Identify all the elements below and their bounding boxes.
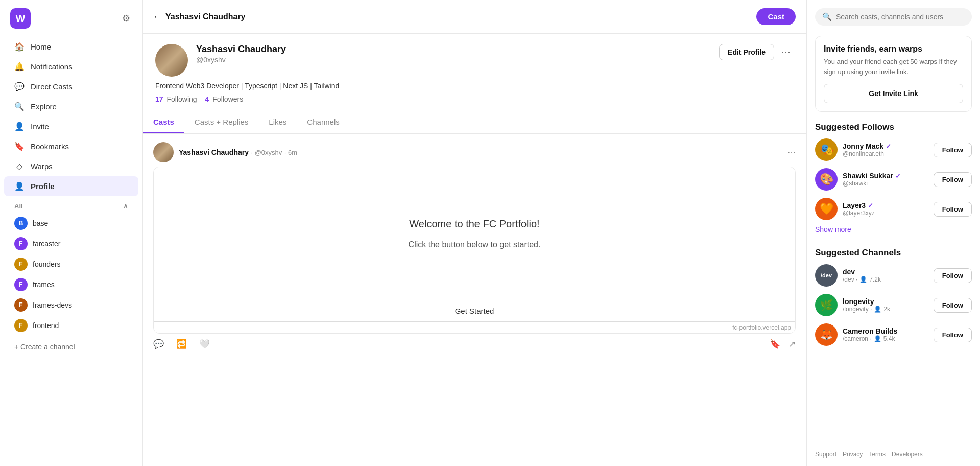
channel-follow-button[interactable]: Follow [934,298,972,313]
footer-link-developers[interactable]: Developers [892,451,923,458]
profile-handle: @0xyshv [196,56,286,64]
collapse-icon[interactable]: ∧ [123,202,128,210]
channel-info: dev /dev · 👤 7.2k [843,268,928,283]
home-icon: 🏠 [14,42,25,52]
suggested-follows-title: Suggested Follows [815,122,972,132]
back-icon: ← [153,12,161,21]
cast-avatar [153,142,174,162]
channel-avatar: B [14,217,28,230]
channels-label: All [14,202,23,210]
follow-info: Shawki Sukkar ✓ @shawki [843,172,928,187]
verified-badge: ✓ [895,172,901,180]
footer-link-terms[interactable]: Terms [869,451,886,458]
sidebar-item-label: Home [31,42,51,51]
sidebar-channel-base[interactable]: Bbase [4,213,138,234]
follow-avatar: 🎨 [815,168,838,191]
footer-links: SupportPrivacyTermsDevelopers [815,451,972,458]
profile-avatar [155,44,188,77]
warpcast-logo[interactable]: W [10,8,31,29]
followers-stat[interactable]: 4 Followers [205,95,244,103]
sidebar-item-profile[interactable]: 👤Profile [4,176,138,196]
cast-handle: · [251,149,254,156]
bookmark-button[interactable]: 🔖 [770,339,780,350]
create-channel-button[interactable]: + Create a channel [0,338,142,356]
follow-avatar: 🧡 [815,198,838,220]
footer-link-support[interactable]: Support [815,451,836,458]
cast-card: Yashasvi Chaudhary · @0xyshv · 6m ⋯ Welc… [143,134,806,358]
sidebar-channel-farcaster[interactable]: Ffarcaster [4,234,138,254]
tab-channels[interactable]: Channels [297,111,349,133]
cast-button[interactable]: Cast [756,8,796,25]
cast-frame-button[interactable]: Get Started [154,300,795,322]
tab-likes[interactable]: Likes [258,111,297,133]
cast-user-info: Yashasvi Chaudhary · @0xyshv · 6m [179,148,297,157]
back-button[interactable]: ← Yashasvi Chaudhary [153,12,246,21]
channel-avatar: F [14,319,28,332]
sidebar-channel-frontend[interactable]: Ffrontend [4,315,138,336]
cast-actions: 💬 🔁 🤍 🔖 ↗ [153,339,796,350]
sidebar-item-direct-casts[interactable]: 💬Direct Casts [4,77,138,97]
share-button[interactable]: ↗ [788,339,796,350]
suggested-channels-section: Suggested Channels /dev dev /dev · 👤 7.2… [815,248,972,353]
search-bar: 🔍 [815,8,972,26]
get-invite-link-button[interactable]: Get Invite Link [824,84,963,103]
invite-desc: You and your friend each get 50 warps if… [824,57,963,77]
cast-frame-subtitle: Click the button below to get started. [409,240,541,249]
tab-casts-replies[interactable]: Casts + Replies [184,111,258,133]
sidebar-item-explore[interactable]: 🔍Explore [4,97,138,116]
like-button[interactable]: 🤍 [199,339,210,350]
sidebar-item-notifications[interactable]: 🔔Notifications [4,57,138,77]
profile-bio: Frontend Web3 Developer | Typescript | N… [155,82,794,90]
main-content: ← Yashasvi Chaudhary Cast Yashasvi Chaud… [143,0,806,466]
edit-profile-button[interactable]: Edit Profile [719,44,774,60]
tab-casts[interactable]: Casts [143,111,184,133]
main-header: ← Yashasvi Chaudhary Cast [143,0,806,34]
cast-time: · [284,149,288,156]
sidebar-channel-frames[interactable]: Fframes [4,274,138,295]
channel-avatar: F [14,258,28,271]
sidebar-item-label: Explore [31,102,57,111]
sidebar-channel-founders[interactable]: Ffounders [4,254,138,274]
cast-handle-text: @0xyshv [255,149,282,156]
profile-name: Yashasvi Chaudhary [196,44,286,55]
sidebar-item-label: Profile [31,182,55,191]
follow-button[interactable]: Follow [934,202,972,217]
footer-link-privacy[interactable]: Privacy [843,451,863,458]
follow-button[interactable]: Follow [934,143,972,157]
following-stat[interactable]: 17 Following [155,95,197,103]
channel-follow-avatar: /dev [815,264,838,287]
channel-meta: /cameron · 👤 5.4k [843,335,928,342]
recast-button[interactable]: 🔁 [176,339,187,350]
sidebar-item-label: Invite [31,122,49,131]
invite-card: Invite friends, earn warps You and your … [815,36,972,112]
channel-info: longevity /longevity · 👤 2k [843,297,928,313]
sidebar-item-warps[interactable]: ◇Warps [4,156,138,176]
follow-handle: @shawki [843,180,928,187]
cast-frame-link: fc-portfolio.vercel.app [154,322,795,333]
sidebar-item-bookmarks[interactable]: 🔖Bookmarks [4,136,138,156]
sidebar-item-label: Bookmarks [31,142,69,151]
channel-name: longevity [843,297,928,306]
channel-follow-button[interactable]: Follow [934,328,972,342]
cast-frame-title: Welcome to the FC Portfolio! [409,218,539,230]
sidebar-channel-frames-devs[interactable]: Fframes-devs [4,295,138,315]
channel-follow-avatar: 🦊 [815,323,838,346]
channel-name: dev [843,268,928,276]
reply-button[interactable]: 💬 [153,339,164,350]
sidebar-item-home[interactable]: 🏠Home [4,37,138,57]
follow-name: Jonny Mack ✓ [843,142,928,150]
profile-info: Yashasvi Chaudhary @0xyshv [196,44,286,64]
more-options-button[interactable]: ⋯ [778,44,794,60]
follow-avatar: 🎭 [815,138,838,161]
follow-button[interactable]: Follow [934,172,972,187]
cast-action-right: 🔖 ↗ [770,339,796,350]
search-input[interactable] [836,13,965,21]
profile-stats: 17 Following 4 Followers [155,95,794,103]
follow-name: Shawki Sukkar ✓ [843,172,928,180]
warps-icon: ◇ [14,161,25,171]
sidebar-item-invite[interactable]: 👤Invite [4,116,138,136]
cast-more-button[interactable]: ⋯ [787,148,796,157]
channel-follow-button[interactable]: Follow [934,268,972,283]
settings-icon[interactable]: ⚙ [120,11,132,26]
show-more-button[interactable]: Show more [815,225,972,234]
